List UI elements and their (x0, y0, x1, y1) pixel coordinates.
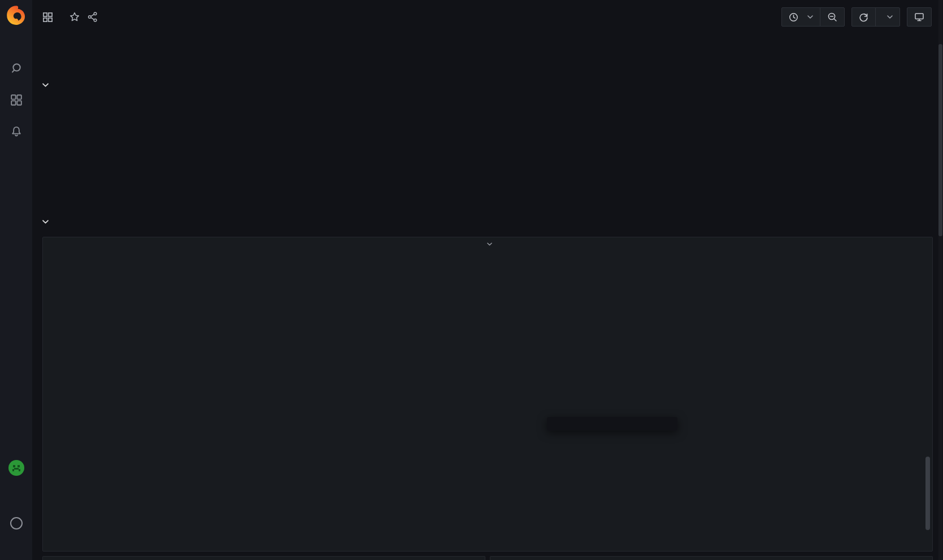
legend-scrollbar[interactable] (925, 457, 930, 530)
chevron-down-icon (42, 83, 49, 87)
partial-panel (490, 556, 933, 560)
refresh-controls (851, 7, 900, 27)
main-content (32, 0, 943, 560)
chart-tooltip (547, 417, 677, 431)
chevron-down-icon (807, 15, 813, 19)
cpu-chart[interactable] (43, 260, 932, 458)
cpu-usage-panel (42, 237, 933, 552)
navbar (32, 0, 943, 34)
next-row-panels (42, 556, 933, 560)
sidebar-menu (10, 62, 23, 138)
stats-row (42, 100, 933, 201)
dashboards-icon[interactable] (10, 94, 23, 106)
section-quick-overview[interactable] (32, 79, 943, 90)
chevron-down-icon (887, 15, 893, 19)
refresh-icon (859, 12, 868, 22)
grafana-logo-icon[interactable] (5, 5, 28, 27)
help-icon[interactable] (10, 517, 23, 529)
clock-icon (789, 12, 798, 22)
zoom-out-button[interactable] (820, 8, 844, 26)
variables-bar (32, 46, 943, 64)
page-scrollbar[interactable] (938, 0, 942, 560)
page-scrollbar-thumb[interactable] (938, 44, 942, 236)
dashboard-grid-icon[interactable] (42, 12, 53, 23)
sidebar-bottom (8, 459, 25, 529)
search-icon[interactable] (10, 62, 23, 75)
user-avatar[interactable] (8, 459, 25, 476)
partial-panel (42, 556, 485, 560)
time-range-picker[interactable] (782, 8, 820, 26)
sidebar (0, 0, 32, 560)
zoom-out-icon (827, 12, 837, 22)
chevron-down-icon (487, 242, 492, 246)
time-controls (781, 7, 845, 27)
refresh-button[interactable] (852, 8, 875, 26)
cycle-view-mode-button[interactable] (907, 8, 931, 26)
section-cpu[interactable] (32, 216, 943, 227)
app-root (0, 0, 943, 560)
view-mode-controls (907, 7, 932, 27)
alerting-bell-icon[interactable] (10, 125, 23, 138)
refresh-interval-dropdown[interactable] (875, 8, 899, 26)
share-icon[interactable] (87, 11, 98, 23)
chart-legend (47, 455, 928, 550)
chevron-down-icon (42, 220, 49, 224)
monitor-icon (914, 12, 924, 22)
panel-title[interactable] (43, 242, 932, 246)
star-icon[interactable] (69, 11, 80, 23)
